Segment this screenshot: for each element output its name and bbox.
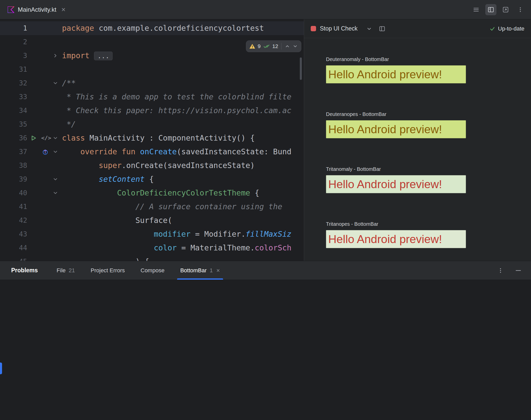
line-number[interactable]: 40 xyxy=(0,186,27,200)
preview-rendered-component[interactable]: Hello Android preview! xyxy=(326,65,466,83)
code-token: ) { xyxy=(62,257,149,261)
code-token: super xyxy=(99,161,122,170)
code-line: 35 */ xyxy=(0,117,304,131)
code-line: 42 Surface( xyxy=(0,214,304,227)
code-text[interactable]: * This is a demo app to test the colorbl… xyxy=(62,90,291,104)
line-number[interactable]: 33 xyxy=(0,90,27,104)
code-text[interactable]: override fun onCreate(savedInstanceState… xyxy=(62,145,291,159)
android-studio-window: MainActivity.kt × 1package com.example.c… xyxy=(0,0,531,420)
code-text[interactable]: setContent { xyxy=(62,172,154,186)
editor-scrollbar[interactable] xyxy=(300,57,302,80)
code-text[interactable]: modifier = Modifier.fillMaxSiz xyxy=(62,227,291,241)
code-text[interactable]: * Check this paper: https://vision.psych… xyxy=(62,104,291,117)
tab-close-icon[interactable]: × xyxy=(61,6,66,14)
code-text[interactable]: ColorDeficiencyColorTestTheme { xyxy=(62,186,259,200)
code-text[interactable]: class MainActivity : ComponentActivity()… xyxy=(62,131,255,145)
next-problem-icon[interactable] xyxy=(292,43,298,49)
code-token xyxy=(117,147,122,156)
code-token: { xyxy=(145,175,154,184)
code-text[interactable]: Surface( xyxy=(62,214,172,227)
options-kebab-icon[interactable] xyxy=(495,265,506,276)
tab-label: Compose xyxy=(140,267,164,274)
line-number[interactable]: 31 xyxy=(0,63,27,76)
divider xyxy=(281,43,282,50)
preview-header: Stop UI Check Up-to-date xyxy=(304,19,531,38)
code-text[interactable]: // A surface container using the xyxy=(62,200,282,214)
line-number[interactable]: 39 xyxy=(0,172,27,186)
code-line: 39 setContent { xyxy=(0,172,304,186)
split-editor-icon[interactable] xyxy=(485,4,496,15)
preview-rendered-component[interactable]: Hello Android preview! xyxy=(326,175,466,193)
code-token xyxy=(62,147,80,156)
weak-warning-count: 12 xyxy=(272,43,278,49)
code-token: */ xyxy=(62,120,76,129)
line-number[interactable]: 42 xyxy=(0,214,27,227)
more-options-kebab-icon[interactable] xyxy=(515,4,526,15)
stop-icon[interactable] xyxy=(311,26,316,31)
line-number[interactable]: 32 xyxy=(0,76,27,90)
code-line: 1package com.example.colordeficiencycolo… xyxy=(0,21,304,35)
inspection-widget[interactable]: 9 12 xyxy=(246,40,301,52)
code-text[interactable]: /** xyxy=(62,76,76,90)
line-number[interactable]: 1 xyxy=(0,21,27,35)
chevron-down-icon[interactable] xyxy=(366,26,372,32)
editor-toolbar-actions xyxy=(471,4,526,15)
code-token: * Check this paper: https://vision.psych… xyxy=(62,106,291,115)
code-line: 32/** xyxy=(0,76,304,90)
line-number[interactable]: 2 xyxy=(0,35,27,49)
build-status: Up-to-date xyxy=(489,25,524,32)
code-token: .onCreate(savedInstanceState) xyxy=(122,161,255,170)
structure-menu-icon[interactable] xyxy=(471,4,482,15)
fold-expanded-icon[interactable] xyxy=(52,145,58,159)
code-token: ColorDeficiencyColorTestTheme xyxy=(117,188,250,197)
line-number[interactable]: 45 xyxy=(0,255,27,261)
code-text[interactable]: super.onCreate(savedInstanceState) xyxy=(62,159,255,172)
tab-close-icon[interactable]: × xyxy=(216,267,220,274)
preview-item-label: Deuteranopes - BottomBar xyxy=(326,111,468,117)
line-number[interactable]: 44 xyxy=(0,241,27,255)
tab-compose[interactable]: Compose xyxy=(138,261,166,280)
tab-project-errors[interactable]: Project Errors xyxy=(89,261,127,280)
code-text[interactable]: import ... xyxy=(62,49,113,63)
code-tag-icon[interactable]: </> xyxy=(41,131,51,145)
tool-window-stripe-indicator[interactable] xyxy=(0,363,2,374)
preview-rendered-component[interactable]: Hello Android preview! xyxy=(326,230,466,248)
tab-label: Project Errors xyxy=(91,267,125,274)
fold-expanded-icon[interactable] xyxy=(52,186,58,200)
line-number[interactable]: 41 xyxy=(0,200,27,214)
code-text[interactable]: package com.example.colordeficiencycolor… xyxy=(62,21,264,35)
line-number[interactable]: 34 xyxy=(0,104,27,117)
code-text[interactable]: ) { xyxy=(62,255,149,261)
layout-view-icon[interactable] xyxy=(379,25,385,32)
code-token: MainActivity : ComponentActivity() { xyxy=(85,133,255,142)
fold-expanded-icon[interactable] xyxy=(52,172,58,186)
code-text[interactable]: */ xyxy=(62,117,76,131)
code-editor[interactable]: 1package com.example.colordeficiencycolo… xyxy=(0,19,304,261)
folded-region[interactable]: ... xyxy=(94,52,113,60)
tool-window-tab-bar: Problems File21Project ErrorsComposeBott… xyxy=(0,261,531,280)
preview-rendered-component[interactable]: Hello Android preview! xyxy=(326,120,466,138)
line-number[interactable]: 37 xyxy=(0,145,27,159)
open-in-window-icon[interactable] xyxy=(500,4,511,15)
editor-tab-mainactivity[interactable]: MainActivity.kt × xyxy=(0,0,72,19)
fold-collapsed-icon[interactable] xyxy=(52,49,58,63)
code-text[interactable]: color = MaterialTheme.colorSch xyxy=(62,241,291,255)
stop-ui-check-button[interactable]: Stop UI Check xyxy=(320,25,357,32)
line-number[interactable]: 43 xyxy=(0,227,27,241)
line-number[interactable]: 3 xyxy=(0,49,27,63)
minimize-icon[interactable] xyxy=(513,265,524,276)
previous-problem-icon[interactable] xyxy=(285,43,290,49)
code-token: setContent xyxy=(99,175,145,184)
code-token xyxy=(89,51,94,60)
line-number[interactable]: 38 xyxy=(0,159,27,172)
line-number[interactable]: 36 xyxy=(0,131,27,145)
code-token: com.example.colordeficiencycolortest xyxy=(94,24,264,33)
check-icon xyxy=(489,26,495,32)
tab-bottombar[interactable]: BottomBar1× xyxy=(178,261,222,280)
fold-expanded-icon[interactable] xyxy=(52,76,58,90)
fold-expanded-icon[interactable] xyxy=(52,131,58,145)
run-icon[interactable] xyxy=(30,131,37,145)
override-method-icon[interactable] xyxy=(42,145,49,159)
tab-file[interactable]: File21 xyxy=(55,261,77,280)
line-number[interactable]: 35 xyxy=(0,117,27,131)
